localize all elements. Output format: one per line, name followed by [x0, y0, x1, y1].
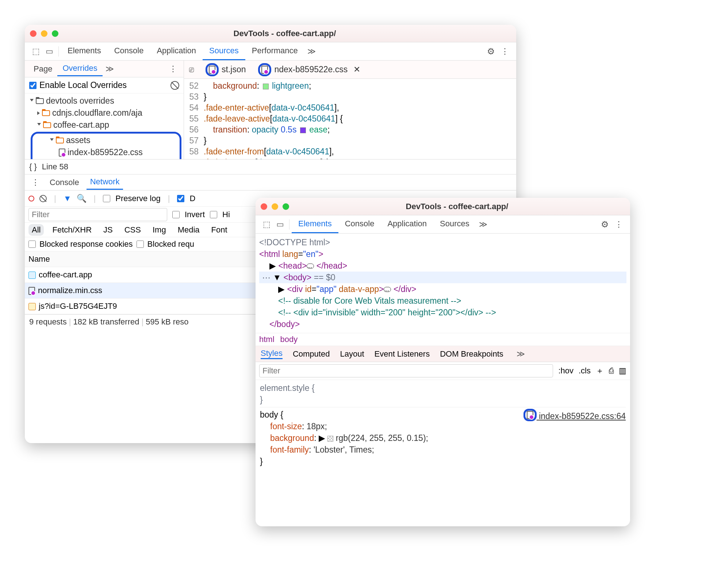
cursor-position: Line 58 — [42, 162, 68, 172]
breadcrumb[interactable]: htmlbody — [256, 333, 630, 346]
hov-button[interactable]: :hov — [558, 366, 574, 376]
gear-icon[interactable]: ⚙ — [598, 218, 612, 231]
enable-overrides-checkbox[interactable] — [29, 82, 37, 89]
network-filter-input[interactable] — [28, 208, 167, 221]
tab-sources[interactable]: Sources — [203, 42, 245, 60]
tab-sources[interactable]: Sources — [433, 215, 476, 233]
file-override-icon — [527, 411, 533, 419]
blocked-requests-checkbox[interactable] — [137, 241, 144, 248]
file-override-icon — [28, 287, 35, 295]
styles-tab-layout[interactable]: Layout — [340, 349, 364, 359]
color-swatch-icon[interactable] — [327, 436, 333, 442]
clear-icon[interactable] — [170, 81, 179, 90]
inspect-icon[interactable]: ⬚ — [260, 218, 273, 231]
toggle-sidebar-icon[interactable]: ⎚ — [186, 64, 197, 76]
gear-icon[interactable]: ⚙ — [484, 45, 498, 58]
window-title: DevTools - coffee-cart.app/ — [289, 202, 625, 211]
editor-tab-css[interactable]: ndex-b859522e.css ✕ — [254, 62, 364, 78]
device-icon[interactable]: ▭ — [273, 218, 287, 231]
filter-css[interactable]: CSS — [121, 224, 144, 236]
filter-all[interactable]: All — [28, 224, 44, 236]
tree-app[interactable]: coffee-cart.app — [28, 119, 184, 131]
preserve-log-checkbox[interactable] — [103, 195, 110, 202]
tree-cdn[interactable]: cdnjs.cloudflare.com/aja — [28, 107, 184, 119]
styles-tab-styles[interactable]: Styles — [261, 349, 283, 359]
filter-font[interactable]: Font — [208, 224, 231, 236]
device-icon[interactable]: ▭ — [43, 45, 56, 58]
close-tab-icon[interactable]: ✕ — [353, 65, 360, 74]
tree-file-json[interactable]: list.json — [32, 158, 180, 159]
code-editor[interactable]: 52 background: lightgreen; 53} 54.fade-e… — [184, 79, 516, 159]
minimize-icon[interactable] — [272, 203, 278, 210]
filter-icon[interactable]: ▼ — [64, 194, 72, 203]
tab-application[interactable]: Application — [381, 215, 433, 233]
filter-img[interactable]: Img — [149, 224, 169, 236]
styles-tab-computed[interactable]: Computed — [293, 349, 330, 359]
print-icon[interactable]: ⎙ — [609, 366, 614, 376]
kebab-icon[interactable]: ⋮ — [612, 218, 626, 231]
filter-js[interactable]: JS — [100, 224, 116, 236]
tree-root[interactable]: devtools overrides — [28, 95, 184, 107]
record-icon[interactable] — [28, 196, 34, 201]
inspect-icon[interactable]: ⬚ — [29, 45, 43, 58]
styles-panel[interactable]: element.style { } body { index-b859522e.… — [256, 380, 630, 469]
more-styles-icon[interactable]: ≫ — [514, 348, 528, 360]
tab-performance[interactable]: Performance — [245, 42, 304, 60]
filter-media[interactable]: Media — [174, 224, 203, 236]
more-tabs-icon[interactable]: ≫ — [476, 218, 490, 231]
ellipsis-icon[interactable] — [307, 264, 314, 269]
add-rule-icon[interactable]: ＋ — [596, 365, 604, 376]
maximize-icon[interactable] — [52, 30, 58, 37]
sidebar-kebab-icon[interactable]: ⋮ — [166, 63, 180, 75]
disable-cache-checkbox[interactable] — [177, 195, 184, 202]
minimize-icon[interactable] — [41, 30, 47, 37]
window-title: DevTools - coffee-cart.app/ — [58, 29, 511, 38]
file-override-icon — [261, 66, 268, 74]
search-icon[interactable]: 🔍 — [77, 194, 87, 203]
script-icon — [28, 303, 36, 310]
dom-tree[interactable]: <!DOCTYPE html> <html lang="en"> ▶ <head… — [256, 234, 630, 333]
file-override-icon — [59, 149, 65, 157]
titlebar: DevTools - coffee-cart.app/ — [256, 198, 630, 215]
filter-fetch[interactable]: Fetch/XHR — [49, 224, 95, 236]
tab-elements[interactable]: Elements — [292, 215, 338, 233]
tree-file-css[interactable]: index-b859522e.css — [32, 146, 180, 158]
styles-tab-dom-bp[interactable]: DOM Breakpoints — [440, 349, 503, 359]
close-icon[interactable] — [30, 30, 37, 37]
close-icon[interactable] — [261, 203, 267, 210]
tab-elements[interactable]: Elements — [61, 42, 108, 60]
tab-console[interactable]: Console — [338, 215, 381, 233]
styles-filter-input[interactable] — [259, 364, 553, 377]
tree-assets[interactable]: assets — [32, 134, 180, 146]
cls-button[interactable]: .cls — [579, 366, 591, 376]
tab-application[interactable]: Application — [150, 42, 203, 60]
file-override-icon — [209, 66, 215, 74]
clear-net-icon[interactable] — [39, 195, 47, 202]
hide-checkbox[interactable] — [210, 211, 217, 218]
main-tabs: ⬚ ▭ Elements Console Application Sources… — [256, 215, 630, 234]
toggle-computed-icon[interactable]: ▥ — [619, 366, 626, 376]
titlebar: DevTools - coffee-cart.app/ — [25, 25, 516, 42]
pretty-print-icon[interactable]: { } — [29, 162, 37, 172]
editor-tab-json[interactable]: st.json — [202, 62, 249, 78]
ellipsis-icon[interactable] — [384, 287, 391, 292]
nav-page[interactable]: Page — [28, 62, 57, 76]
file-tree: devtools overrides cdnjs.cloudflare.com/… — [25, 93, 184, 159]
tab-console[interactable]: Console — [108, 42, 150, 60]
document-icon — [28, 272, 36, 279]
nav-overrides[interactable]: Overrides — [57, 61, 102, 76]
more-tabs-icon[interactable]: ≫ — [304, 45, 319, 58]
source-link[interactable]: index-b859522e.css:64 — [523, 409, 626, 422]
drawer-console[interactable]: Console — [46, 176, 83, 189]
kebab-icon[interactable]: ⋮ — [498, 45, 512, 58]
styles-tab-listeners[interactable]: Event Listeners — [375, 349, 430, 359]
invert-checkbox[interactable] — [172, 211, 180, 218]
chevron-more-icon[interactable]: ≫ — [103, 63, 117, 75]
blocked-cookies-checkbox[interactable] — [28, 241, 36, 248]
drawer-kebab-icon[interactable]: ⋮ — [28, 176, 42, 189]
enable-overrides-label: Enable Local Overrides — [39, 80, 127, 90]
maximize-icon[interactable] — [283, 203, 289, 210]
main-tabs: ⬚ ▭ Elements Console Application Sources… — [25, 42, 516, 61]
drawer-network[interactable]: Network — [87, 175, 123, 190]
